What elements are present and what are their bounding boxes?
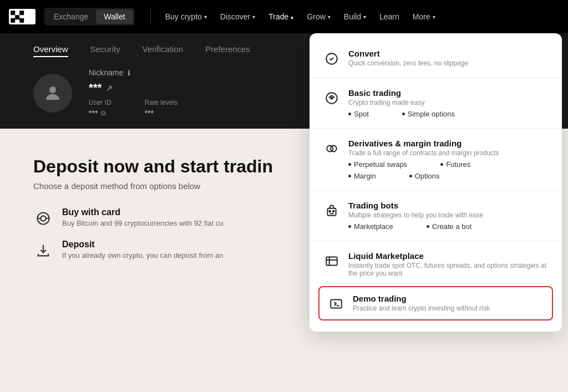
user-id-section: User ID *** ⧉ Rate levels ***	[89, 99, 178, 118]
tab-overview[interactable]: Overview	[33, 44, 68, 57]
deposit-desc: If you already own crypto, you can depos…	[62, 251, 224, 259]
nickname-value-row: *** ↗	[89, 82, 178, 94]
nav-buy-crypto[interactable]: Buy crypto ▾	[160, 8, 212, 26]
nav-trade[interactable]: Trade ▴	[263, 8, 299, 26]
user-id-val-row: *** ⧉	[89, 109, 111, 118]
svg-rect-4	[11, 18, 15, 23]
divider-4	[310, 241, 562, 241]
nav-grow[interactable]: Grow ▾	[301, 8, 336, 26]
divider-1	[310, 78, 562, 78]
divider-3	[310, 190, 562, 191]
dropdown-basic-trading[interactable]: Basic trading Crypto trading made easy S…	[310, 82, 562, 125]
navbar: Exchange Wallet Buy crypto ▾ Discover ▾ …	[0, 0, 568, 33]
exchange-button[interactable]: Exchange	[46, 9, 96, 24]
sub-perpetual[interactable]: Perpetual swaps	[348, 160, 407, 169]
wallet-button[interactable]: Wallet	[96, 9, 133, 24]
derivatives-desc: Trade a full range of contracts and marg…	[348, 149, 549, 157]
buy-card-title: Buy with card	[62, 207, 223, 217]
convert-content: Convert Quick conversion, zero fees, no …	[348, 49, 549, 67]
basic-trading-desc: Crypto trading made easy	[348, 99, 549, 106]
convert-icon	[323, 50, 341, 68]
derivatives-sub-2: Margin Options	[348, 169, 549, 180]
okx-logo[interactable]	[9, 9, 36, 24]
trading-bots-sub: Marketplace Create a bot	[348, 219, 549, 231]
deposit-icon	[33, 241, 53, 261]
dropdown-trading-bots[interactable]: Trading bots Multiple strategies to help…	[310, 194, 562, 237]
user-id-value: ***	[89, 109, 98, 118]
tab-security[interactable]: Security	[90, 44, 120, 57]
sub-spot[interactable]: Spot	[348, 110, 369, 118]
convert-title: Convert	[348, 49, 549, 58]
copy-icon[interactable]: ⧉	[101, 109, 106, 117]
dropdown-convert[interactable]: Convert Quick conversion, zero fees, no …	[310, 42, 562, 74]
demo-trading-icon	[327, 295, 345, 313]
derivatives-content: Derivatives & margin trading Trade a ful…	[348, 139, 549, 180]
svg-rect-2	[15, 15, 19, 19]
deposit-text: Deposit If you already own crypto, you c…	[62, 240, 224, 259]
dropdown-demo-trading[interactable]: Demo trading Practice and learn crypto i…	[318, 286, 553, 320]
rate-levels-label: Rate levels	[145, 99, 178, 106]
derivatives-title: Derivatives & margin trading	[348, 139, 549, 148]
avatar	[33, 74, 72, 113]
basic-trading-sub: Spot Simple options	[348, 106, 549, 118]
buy-card-desc: Buy Bitcoin and 99 cryptocurrencies with…	[62, 219, 223, 227]
basic-trading-icon	[323, 89, 341, 107]
trading-bots-content: Trading bots Multiple strategies to help…	[348, 201, 549, 231]
liquid-content: Liquid Marketplace Instantly trade spot …	[348, 251, 549, 277]
svg-rect-16	[327, 208, 336, 216]
exchange-wallet-toggle: Exchange Wallet	[44, 8, 135, 26]
sub-marketplace[interactable]: Marketplace	[348, 222, 393, 231]
sub-create-bot[interactable]: Create a bot	[427, 222, 472, 231]
demo-trading-desc: Practice and learn crypto investing with…	[353, 304, 544, 312]
basic-trading-title: Basic trading	[348, 88, 549, 98]
sub-options[interactable]: Options	[409, 172, 440, 180]
sub-futures[interactable]: Futures	[440, 160, 470, 169]
user-id-field: User ID *** ⧉	[89, 99, 111, 118]
nickname-value: ***	[89, 82, 102, 94]
chevron-up-icon: ▴	[291, 14, 293, 20]
chevron-down-icon: ▾	[252, 14, 255, 20]
nickname-row: Nickname ℹ	[89, 68, 178, 77]
demo-trading-title: Demo trading	[353, 294, 544, 303]
chevron-down-icon: ▾	[328, 14, 331, 20]
buy-card-text: Buy with card Buy Bitcoin and 99 cryptoc…	[62, 207, 223, 227]
sub-margin[interactable]: Margin	[348, 172, 376, 180]
rate-levels-value: ***	[145, 109, 154, 118]
rate-levels-val-row: ***	[145, 109, 178, 118]
chevron-down-icon: ▾	[433, 14, 435, 20]
sub-simple-options[interactable]: Simple options	[402, 110, 455, 118]
rate-levels-field: Rate levels ***	[145, 99, 178, 118]
svg-point-13	[331, 97, 332, 99]
svg-point-6	[49, 86, 56, 93]
deposit-title: Deposit	[62, 240, 224, 250]
chevron-down-icon: ▾	[204, 14, 207, 20]
svg-rect-5	[19, 18, 24, 23]
nav-divider	[150, 8, 151, 25]
info-icon: ℹ	[128, 69, 130, 77]
derivatives-icon	[323, 140, 341, 157]
trade-dropdown: Convert Quick conversion, zero fees, no …	[310, 33, 562, 332]
tab-verification[interactable]: Verification	[143, 44, 183, 57]
trading-bots-title: Trading bots	[348, 201, 549, 210]
liquid-title: Liquid Marketplace	[348, 251, 549, 261]
liquid-icon	[323, 252, 341, 270]
dropdown-derivatives[interactable]: Derivatives & margin trading Trade a ful…	[310, 132, 562, 187]
nav-learn[interactable]: Learn	[374, 8, 405, 26]
nav-more[interactable]: More ▾	[407, 8, 441, 26]
svg-point-15	[331, 146, 337, 152]
nickname-label: Nickname	[89, 68, 123, 77]
demo-trading-content: Demo trading Practice and learn crypto i…	[353, 294, 544, 312]
trading-bots-desc: Multiple strategies to help you trade wi…	[348, 211, 549, 219]
nav-items: Buy crypto ▾ Discover ▾ Trade ▴ Grow ▾ B…	[160, 8, 559, 26]
user-id-label: User ID	[89, 99, 111, 106]
liquid-desc: Instantly trade spot OTC, futures spread…	[348, 262, 549, 277]
profile-info: Nickname ℹ *** ↗ User ID *** ⧉ Rate leve…	[89, 68, 178, 118]
nav-discover[interactable]: Discover ▾	[215, 8, 261, 26]
dropdown-liquid[interactable]: Liquid Marketplace Instantly trade spot …	[310, 245, 562, 284]
tab-preferences[interactable]: Preferences	[205, 44, 250, 57]
buy-card-icon	[33, 208, 53, 228]
nav-build[interactable]: Build ▾	[338, 8, 372, 26]
edit-icon[interactable]: ↗	[106, 84, 113, 93]
chevron-down-icon: ▾	[363, 14, 366, 20]
trading-bots-icon	[323, 202, 341, 220]
